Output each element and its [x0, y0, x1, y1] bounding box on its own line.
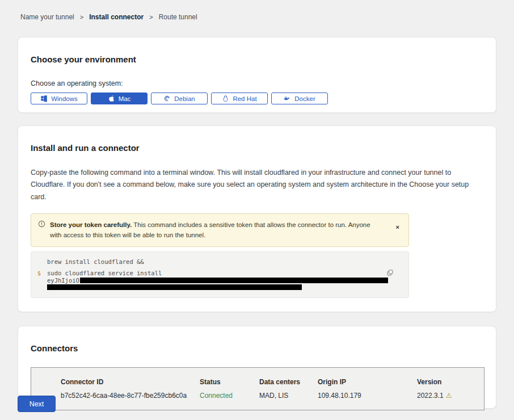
warning-message-bold: Store your token carefully. — [50, 221, 132, 228]
next-button[interactable]: Next — [18, 396, 56, 412]
breadcrumb-name-your-tunnel[interactable]: Name your tunnel — [20, 13, 74, 21]
warning-message: Store your token carefully. This command… — [50, 220, 402, 241]
redhat-linux-icon — [222, 95, 229, 102]
os-button-redhat[interactable]: Red Hat — [211, 93, 268, 104]
origin-ip-value: 109.48.10.179 — [318, 392, 417, 400]
connectors-card: Connectors Connector ID Status Data cent… — [18, 326, 496, 409]
column-header-data-centers: Data centers — [259, 378, 318, 392]
code-line-4 — [31, 284, 408, 290]
code-line-3: eyJhIjoiO — [31, 277, 408, 284]
breadcrumb-route-tunnel[interactable]: Route tunnel — [159, 13, 197, 21]
connectors-table-grid: Connector ID Status Data centers Origin … — [61, 378, 484, 400]
breadcrumb: Name your tunnel > Install connector > R… — [0, 0, 514, 21]
column-header-origin-ip: Origin IP — [318, 378, 417, 392]
code-line-2: $ sudo cloudflared service install — [31, 270, 408, 276]
os-button-label: Red Hat — [233, 95, 256, 102]
shell-prompt: $ — [31, 270, 47, 276]
version-number: 2022.3.1 — [417, 392, 444, 400]
code-line-2-text: sudo cloudflared service install — [47, 270, 162, 276]
connectors-table: Connector ID Status Data centers Origin … — [31, 367, 484, 410]
os-button-label: Mac — [119, 95, 131, 102]
debian-icon — [163, 95, 171, 102]
status-badge: Connected — [200, 392, 259, 400]
redacted-token-bar — [47, 284, 302, 290]
docker-icon — [284, 95, 291, 102]
environment-card-title: Choose your environment — [31, 54, 483, 64]
os-button-mac[interactable]: Mac — [91, 93, 148, 104]
info-icon — [38, 220, 45, 228]
breadcrumb-separator: > — [80, 14, 83, 20]
version-value: 2022.3.1⚠ — [417, 392, 484, 400]
code-line-1-text: brew install cloudflared && — [47, 259, 144, 265]
breadcrumb-install-connector[interactable]: Install connector — [89, 13, 144, 21]
os-button-label: Debian — [174, 95, 195, 102]
close-icon[interactable]: × — [395, 223, 401, 232]
version-warning-icon: ⚠ — [446, 392, 452, 400]
breadcrumb-separator: > — [149, 14, 153, 20]
install-connector-card: Install and run a connector Copy-paste t… — [18, 125, 496, 312]
os-button-windows[interactable]: Windows — [31, 93, 87, 104]
redacted-token-bar — [80, 278, 388, 283]
install-card-title: Install and run a connector — [31, 143, 483, 153]
token-prefix-text: eyJhIjoiO — [47, 277, 79, 284]
apple-icon — [108, 95, 115, 102]
column-header-version: Version — [417, 378, 484, 392]
connectors-card-title: Connectors — [31, 343, 483, 353]
connector-id-value: b7c52c42-6caa-48ee-8c77-fbe259cb6c0a — [61, 392, 200, 400]
choose-environment-card: Choose your environment Choose an operat… — [18, 37, 496, 113]
os-button-label: Windows — [51, 95, 78, 102]
code-line-1: brew install cloudflared && — [31, 259, 408, 265]
os-button-group: Windows Mac Debian Red Hat Docker — [31, 93, 483, 104]
column-header-connector-id: Connector ID — [61, 378, 200, 392]
install-description: Copy-paste the following command into a … — [31, 167, 483, 203]
os-button-debian[interactable]: Debian — [151, 93, 208, 104]
data-centers-value: MAD, LIS — [259, 392, 318, 400]
os-select-label: Choose an operating system: — [31, 79, 483, 87]
token-warning-banner: Store your token carefully. This command… — [31, 213, 409, 247]
windows-icon — [40, 95, 48, 102]
column-header-status: Status — [200, 378, 259, 392]
os-button-docker[interactable]: Docker — [271, 93, 328, 104]
install-command-code-block: brew install cloudflared && $ sudo cloud… — [31, 251, 409, 298]
copy-icon[interactable] — [385, 268, 395, 278]
os-button-label: Docker — [294, 95, 315, 102]
